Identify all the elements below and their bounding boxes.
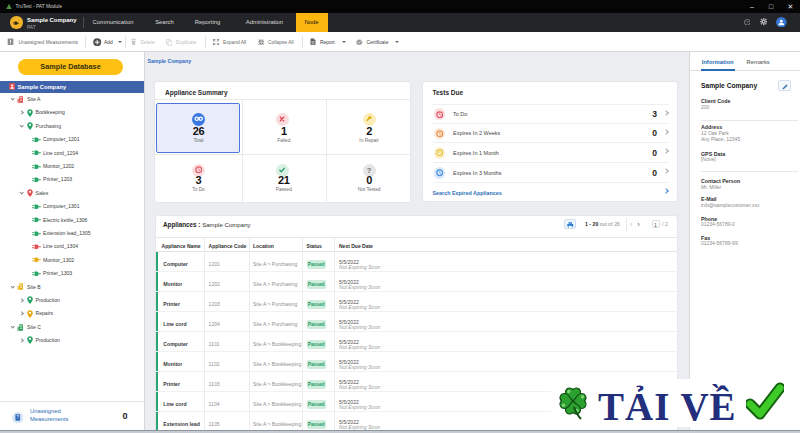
svg-text:?: ? [746, 20, 748, 24]
